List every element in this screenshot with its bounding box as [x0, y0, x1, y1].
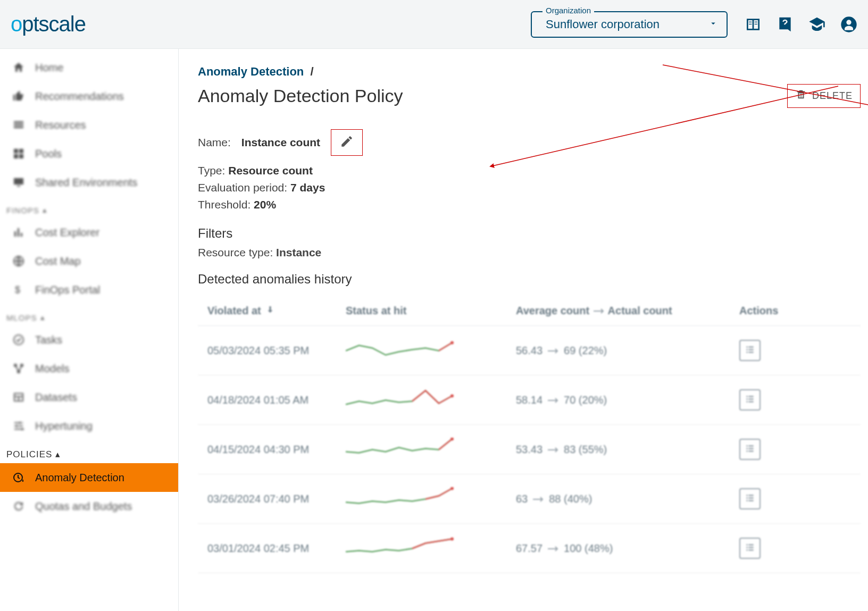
- sidebar-item-tasks[interactable]: Tasks: [0, 325, 178, 354]
- app-logo: optscale: [11, 12, 86, 36]
- threshold-label: Threshold:: [198, 198, 251, 211]
- sidebar-group-mlops[interactable]: MLOPS ▴: [0, 304, 178, 325]
- sidebar-group-finops[interactable]: FINOPS ▴: [0, 197, 178, 218]
- list-details-icon: [745, 542, 755, 555]
- clock-alert-icon: [12, 471, 26, 484]
- threshold-value: 20%: [254, 198, 276, 211]
- caret-down-icon: [708, 19, 718, 30]
- sparkline-cell: [346, 339, 516, 362]
- anomaly-history-table: Violated at Status at hit Average count …: [198, 296, 861, 573]
- sparkline-cell: [346, 537, 516, 560]
- nodes-icon: [12, 362, 26, 375]
- page-title: Anomaly Detection Policy: [198, 86, 403, 106]
- sidebar-item-hypertuning[interactable]: Hypertuning: [0, 412, 178, 440]
- violated-at-cell: 03/01/2024 02:45 PM: [207, 542, 346, 555]
- sidebar-item-cost-explorer[interactable]: Cost Explorer: [0, 218, 178, 247]
- sidebar-item-quotas-budgets[interactable]: Quotas and Budgets: [0, 492, 178, 521]
- actions-cell: [739, 340, 814, 361]
- filter-rt-label: Resource type:: [198, 246, 273, 258]
- docs-icon[interactable]: [745, 16, 762, 33]
- type-value: Resource count: [228, 164, 313, 177]
- help-icon[interactable]: [777, 16, 794, 33]
- arrow-right-icon: [547, 394, 560, 406]
- svg-point-4: [14, 335, 23, 345]
- globe-icon: [12, 254, 26, 268]
- org-name: Sunflower corporation: [546, 18, 703, 31]
- home-icon: [12, 61, 26, 74]
- sidebar-item-models[interactable]: Models: [0, 354, 178, 383]
- resources-action-button[interactable]: [739, 439, 761, 460]
- sliders-icon: [12, 419, 26, 433]
- refresh-icon: [12, 499, 26, 513]
- table-row: 03/01/2024 02:45 PM 67.57 100 (48%): [198, 524, 861, 573]
- list-icon: [12, 118, 26, 132]
- name-value: Instance count: [241, 136, 320, 149]
- svg-point-13: [450, 395, 454, 398]
- svg-text:$: $: [15, 284, 20, 295]
- arrow-right-icon: [547, 443, 560, 456]
- arrow-right-icon: [547, 542, 560, 555]
- violated-at-cell: 04/15/2024 04:30 PM: [207, 443, 346, 456]
- breadcrumb: Anomaly Detection /: [198, 65, 861, 79]
- sidebar-item-anomaly-detection[interactable]: Anomaly Detection: [0, 463, 178, 492]
- monitor-icon: [12, 175, 26, 189]
- grid-icon: [12, 147, 26, 161]
- sidebar-item-resources[interactable]: Resources: [0, 111, 178, 139]
- header-actions: Actions: [739, 305, 814, 317]
- thumb-icon: [12, 89, 26, 103]
- counts-cell: 67.57 100 (48%): [516, 542, 739, 555]
- violated-at-cell: 04/18/2024 01:05 AM: [207, 394, 346, 406]
- svg-point-1: [846, 20, 851, 24]
- type-label: Type:: [198, 164, 225, 177]
- edit-name-button[interactable]: [331, 129, 363, 156]
- check-circle-icon: [12, 333, 26, 347]
- header-counts[interactable]: Average count Actual count: [516, 305, 739, 317]
- dollar-icon: $: [12, 283, 26, 297]
- filters-heading: Filters: [198, 226, 861, 241]
- table-row: 05/03/2024 05:35 PM 56.43 69 (22%): [198, 326, 861, 375]
- sidebar-item-shared-env[interactable]: Shared Environments: [0, 168, 178, 197]
- sparkline-cell: [346, 438, 516, 461]
- sidebar-item-recommendations[interactable]: Recommendations: [0, 82, 178, 111]
- pencil-icon: [340, 135, 354, 151]
- counts-cell: 63 88 (40%): [516, 493, 739, 505]
- sidebar-item-finops-portal[interactable]: $FinOps Portal: [0, 275, 178, 304]
- education-icon[interactable]: [808, 16, 825, 33]
- sidebar-item-cost-map[interactable]: Cost Map: [0, 247, 178, 275]
- svg-point-16: [450, 538, 454, 541]
- resources-action-button[interactable]: [739, 389, 761, 411]
- resources-action-button[interactable]: [739, 488, 761, 509]
- sidebar-item-datasets[interactable]: Datasets: [0, 383, 178, 412]
- delete-button[interactable]: DELETE: [787, 84, 861, 108]
- actions-cell: [739, 389, 814, 411]
- sidebar-item-home[interactable]: Home: [0, 53, 178, 82]
- actions-cell: [739, 488, 814, 509]
- list-details-icon: [745, 394, 755, 406]
- organization-selector[interactable]: Organization Sunflower corporation: [531, 11, 728, 38]
- resources-action-button[interactable]: [739, 340, 761, 361]
- user-avatar-icon[interactable]: [840, 16, 857, 33]
- header-violated-at[interactable]: Violated at: [207, 305, 346, 317]
- table-row: 04/18/2024 01:05 AM 58.14 70 (20%): [198, 375, 861, 425]
- main-content: Anomaly Detection / Anomaly Detection Po…: [179, 49, 868, 611]
- caret-up-icon: ▴: [40, 313, 45, 322]
- resources-action-button[interactable]: [739, 538, 761, 559]
- table-icon: [12, 390, 26, 404]
- actions-cell: [739, 439, 814, 460]
- breadcrumb-root[interactable]: Anomaly Detection: [198, 65, 304, 78]
- breadcrumb-separator: /: [310, 65, 313, 78]
- header-status[interactable]: Status at hit: [346, 305, 516, 317]
- svg-point-12: [450, 341, 454, 345]
- actions-cell: [739, 538, 814, 559]
- bar-chart-icon: [12, 225, 26, 239]
- violated-at-cell: 03/26/2024 07:40 PM: [207, 493, 346, 505]
- list-details-icon: [745, 492, 755, 505]
- list-details-icon: [745, 344, 755, 357]
- sparkline-cell: [346, 487, 516, 510]
- svg-point-10: [21, 428, 23, 430]
- history-heading: Detected anomalies history: [198, 272, 861, 287]
- sort-desc-icon: [265, 305, 275, 317]
- sidebar-item-pools[interactable]: Pools: [0, 139, 178, 168]
- sidebar-group-policies[interactable]: POLICIES ▴: [0, 440, 178, 463]
- filter-rt-value: Instance: [276, 246, 321, 258]
